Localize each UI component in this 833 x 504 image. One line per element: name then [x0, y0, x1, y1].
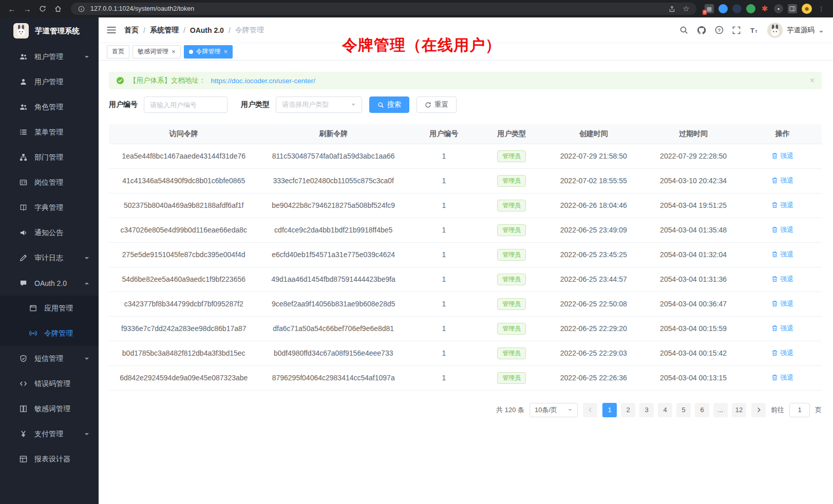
- sidebar-item-pay[interactable]: 支付管理: [0, 421, 99, 447]
- page-button[interactable]: 6: [695, 403, 709, 417]
- blue-extension-icon[interactable]: [718, 4, 728, 13]
- access-token-cell: 6d842e2924594de9a09e45e087323abe: [109, 365, 258, 390]
- refresh-token-cell: cdfc4ce9c2da4bb1bdf21b9918ff4be5: [258, 218, 408, 242]
- alert-close-icon[interactable]: ×: [810, 76, 815, 85]
- force-logout-button[interactable]: 强退: [771, 299, 793, 308]
- sidebar-item-oauth[interactable]: OAuth 2.0: [0, 270, 99, 296]
- user-type-select[interactable]: 请选择用户类型: [276, 96, 362, 113]
- sidebar-item-dept[interactable]: 部门管理: [0, 145, 99, 170]
- fullscreen-icon[interactable]: [732, 26, 741, 34]
- goto-page-input[interactable]: [789, 403, 810, 417]
- force-logout-button[interactable]: 强退: [771, 373, 793, 382]
- create-time-cell: 2022-06-25 23:44:57: [544, 267, 643, 292]
- force-logout-button[interactable]: 强退: [771, 151, 793, 161]
- site-info-icon[interactable]: [76, 3, 86, 15]
- page-button[interactable]: 12: [732, 403, 746, 417]
- share-icon[interactable]: [667, 3, 677, 15]
- user-id-input[interactable]: [144, 96, 228, 113]
- force-logout-button[interactable]: 强退: [771, 176, 793, 185]
- help-icon[interactable]: ?: [715, 26, 724, 34]
- reload-icon[interactable]: [36, 3, 49, 15]
- sidebar-item-sensitive[interactable]: 敏感词管理: [0, 396, 99, 421]
- page-button[interactable]: 3: [639, 403, 654, 417]
- tab-close-icon[interactable]: ×: [224, 48, 228, 55]
- sidebar-item-user[interactable]: 用户管理: [0, 69, 99, 94]
- tab-close-icon[interactable]: ×: [172, 48, 176, 55]
- trash-icon: [771, 374, 778, 381]
- side-panel-icon[interactable]: [788, 4, 797, 13]
- app-logo-row[interactable]: 芋道管理系统: [0, 17, 99, 44]
- trash-icon: [771, 152, 778, 159]
- goto-label: 前往: [771, 405, 784, 415]
- sidebar-item-errcode[interactable]: 错误码管理: [0, 371, 99, 396]
- doc-link[interactable]: https://doc.iocoder.cn/user-center/: [211, 77, 315, 85]
- collapse-sidebar-icon[interactable]: [107, 26, 116, 34]
- force-logout-button[interactable]: 强退: [771, 275, 793, 284]
- red-extension-icon[interactable]: ✱: [760, 4, 769, 13]
- browser-profile-avatar[interactable]: ☻: [802, 4, 812, 14]
- total-count: 共 120 条: [496, 405, 524, 415]
- sidebar-item-tenant[interactable]: 租户管理: [0, 44, 99, 69]
- sidebar-item-post[interactable]: 岗位管理: [0, 170, 99, 195]
- sidebar-item-audit[interactable]: 审计日志: [0, 245, 99, 270]
- paw-extension-icon[interactable]: •: [774, 4, 783, 13]
- dict-icon: [20, 204, 27, 211]
- prev-page-button[interactable]: [583, 403, 597, 417]
- bookmark-star-icon[interactable]: ☆: [681, 3, 691, 15]
- tab-2[interactable]: 令牌管理×: [184, 45, 233, 59]
- force-logout-button[interactable]: 强退: [771, 324, 793, 333]
- search-icon[interactable]: [679, 26, 688, 34]
- trash-icon: [771, 300, 778, 307]
- tab-1[interactable]: 敏感词管理×: [132, 45, 181, 59]
- user-id-cell: 1: [408, 292, 480, 316]
- page-button[interactable]: 1: [602, 403, 617, 417]
- next-page-button[interactable]: [751, 403, 766, 417]
- breadcrumb-item[interactable]: OAuth 2.0: [190, 26, 224, 34]
- user-type-badge: 管理员: [497, 175, 526, 187]
- sidebar-item-menu[interactable]: 菜单管理: [0, 120, 99, 145]
- sensitive-icon: [20, 405, 27, 413]
- github-icon[interactable]: [697, 26, 706, 35]
- sidebar-item-report[interactable]: 报表设计器: [0, 447, 99, 472]
- active-tab-dot: [189, 50, 193, 54]
- force-logout-button[interactable]: 强退: [771, 250, 793, 259]
- trash-icon: [771, 177, 778, 184]
- user-dropdown[interactable]: 芋道源码: [767, 23, 824, 38]
- browser-menu-icon[interactable]: ⋮: [817, 4, 826, 13]
- sidebar-item-role[interactable]: 角色管理: [0, 94, 99, 120]
- sidebar-item-dict[interactable]: 字典管理: [0, 195, 99, 220]
- sidebar-item-notice[interactable]: 通知公告: [0, 220, 99, 245]
- forward-icon[interactable]: →: [21, 3, 34, 15]
- force-logout-button[interactable]: 强退: [771, 225, 793, 235]
- dark-extension-icon[interactable]: [732, 4, 742, 13]
- more-pages-button[interactable]: ...: [713, 403, 728, 417]
- role-icon: [20, 103, 27, 111]
- green-extension-icon[interactable]: [746, 4, 755, 13]
- user-id-cell: 1: [408, 168, 480, 193]
- trash-icon: [771, 251, 778, 258]
- search-button[interactable]: 搜索: [369, 96, 409, 113]
- extension-badge-icon[interactable]: ▦0: [705, 4, 714, 13]
- address-bar[interactable]: 127.0.0.1:1024/system/oauth2/token ☆: [71, 3, 696, 15]
- refresh-token-cell: 811c530487574fa0af1a59d3abc1aa66: [258, 144, 408, 168]
- home-icon[interactable]: [51, 3, 65, 15]
- breadcrumb-item[interactable]: 令牌管理: [235, 26, 264, 35]
- reset-button[interactable]: 重置: [416, 96, 457, 113]
- create-time-cell: 2022-06-26 18:04:46: [544, 193, 643, 218]
- force-logout-button[interactable]: 强退: [771, 201, 793, 210]
- font-size-icon[interactable]: TT: [749, 26, 759, 34]
- breadcrumb-item[interactable]: 系统管理: [150, 26, 179, 35]
- back-icon[interactable]: ←: [5, 3, 18, 15]
- page-size-select[interactable]: 10条/页: [529, 403, 578, 417]
- sidebar-item-token[interactable]: 令牌管理: [0, 321, 99, 346]
- sidebar-item-sms[interactable]: 短信管理: [0, 346, 99, 371]
- expire-time-cell: 2054-03-10 20:42:34: [643, 168, 743, 193]
- page-button[interactable]: 4: [658, 403, 672, 417]
- page-button[interactable]: 5: [676, 403, 691, 417]
- force-logout-button[interactable]: 强退: [771, 348, 793, 358]
- tab-0[interactable]: 首页: [107, 45, 129, 59]
- sidebar-item-app[interactable]: 应用管理: [0, 296, 99, 321]
- breadcrumb-item[interactable]: 首页: [124, 26, 139, 35]
- page-content: 【用户体系】文档地址： https://doc.iocoder.cn/user-…: [99, 61, 833, 504]
- page-button[interactable]: 2: [621, 403, 635, 417]
